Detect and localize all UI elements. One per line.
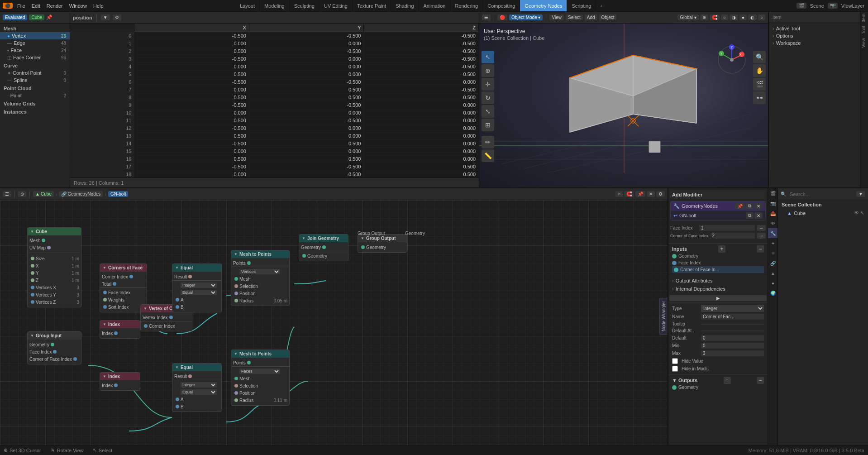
vert-view-label[interactable]: View — [860, 36, 868, 50]
node-join-geo[interactable]: ▼ Join Geometry Geometry Geometry — [299, 234, 348, 261]
tool-measure[interactable]: 📏 — [482, 149, 494, 162]
props-tab-render[interactable]: 📷 — [768, 198, 778, 208]
min-value[interactable]: 0 — [701, 343, 764, 349]
tooltip-value[interactable] — [701, 324, 764, 325]
ne-menu-icon[interactable]: ☰ — [3, 191, 11, 197]
props-tab-particles[interactable]: ✦ — [768, 238, 778, 248]
n-panel-active-tool[interactable]: › Active Tool — [773, 25, 856, 32]
tree-item-face-corner[interactable]: ◫ Face Corner 96 — [0, 54, 70, 61]
face-index-value[interactable]: 1 — [699, 225, 755, 231]
node-m2p-2[interactable]: ▼ Mesh to Points Points Faces — [231, 350, 290, 406]
add-btn[interactable]: Add — [585, 14, 597, 20]
camera-btn[interactable]: 🎬 — [753, 78, 766, 91]
outputs-remove-btn[interactable]: − — [757, 377, 764, 384]
eq1-op-select[interactable]: Equal — [181, 290, 217, 295]
viewport-3d[interactable]: User Perspective (1) Scene Collection | … — [479, 24, 768, 187]
filter-btn[interactable]: ▼ — [101, 14, 110, 20]
mod-pin-btn[interactable]: 📌 — [735, 203, 745, 209]
vert-item-label[interactable]: Item — [860, 12, 868, 24]
name-value[interactable]: Corner of Fac... — [701, 314, 764, 320]
props-tab-world[interactable]: 🌍 — [768, 288, 778, 298]
node-wrangler-tab[interactable]: Node Wrangler — [659, 298, 668, 335]
ne-overlay-btn[interactable]: ○ — [615, 191, 623, 197]
tree-item-edge[interactable]: — Edge 48 — [0, 39, 70, 47]
tree-item-vertex[interactable]: ● Vertex 26 — [0, 32, 70, 39]
tab-scripting[interactable]: Scripting — [567, 0, 596, 11]
props-tab-scene[interactable]: 🎬 — [768, 188, 778, 198]
outliner-cube-item[interactable]: ▲ Cube 👁 ↖ — [778, 209, 868, 217]
select-btn[interactable]: Select — [566, 14, 583, 20]
shading-mat-btn[interactable]: ◐ — [748, 14, 757, 20]
xray-btn[interactable]: ◑ — [730, 14, 738, 20]
node-equal-2[interactable]: ▼ Equal Result Integer — [172, 363, 222, 412]
vr-btn[interactable]: 👓 — [753, 91, 766, 104]
default-at-value[interactable] — [701, 330, 764, 331]
node-m2p-1[interactable]: ▼ Mesh to Points Points Vertices — [231, 250, 290, 306]
tab-compositing[interactable]: Compositing — [483, 0, 520, 11]
inputs-remove-btn[interactable]: − — [757, 245, 764, 253]
mod-copy-btn[interactable]: ⧉ — [746, 203, 754, 209]
breadcrumb-cube[interactable]: ▲ Cube — [33, 191, 54, 197]
add-workspace-btn[interactable]: + — [596, 3, 606, 9]
object-btn[interactable]: Cube — [29, 14, 44, 20]
object-mode-btn[interactable]: Object Mode ▾ — [509, 14, 543, 20]
hand-btn[interactable]: ✋ — [753, 64, 766, 77]
tab-geometry-nodes[interactable]: Geometry Nodes — [520, 0, 567, 11]
menu-help[interactable]: Help — [91, 2, 106, 10]
tab-texture-paint[interactable]: Texture Paint — [353, 0, 391, 11]
menu-edit[interactable]: Edit — [29, 2, 43, 10]
tab-uv-editing[interactable]: UV Editing — [320, 0, 353, 11]
n-panel-workspace[interactable]: › Workspace — [773, 39, 856, 47]
cube-sel-icon[interactable]: ↖ — [860, 210, 864, 216]
viewport-gizmo[interactable]: X Y Z — [714, 42, 750, 78]
eq2-type-select[interactable]: Integer — [181, 382, 217, 388]
eq2-op-select[interactable]: Equal — [181, 389, 217, 395]
tool-rotate[interactable]: ↻ — [482, 91, 494, 104]
tree-item-spline[interactable]: 〰 Spline 0 — [0, 77, 70, 84]
menu-render[interactable]: Render — [44, 2, 66, 10]
outliner-filter-btn[interactable]: ▼ — [856, 191, 865, 197]
ne-snap-btn[interactable]: 🧲 — [624, 191, 634, 197]
tab-shading[interactable]: Shading — [391, 0, 419, 11]
col-x[interactable]: X — [134, 24, 249, 32]
tab-sculpting[interactable]: Sculpting — [290, 0, 320, 11]
global-btn[interactable]: Global ▾ — [677, 14, 699, 20]
corner-face-value[interactable]: 2 — [711, 233, 755, 239]
face-index-btn[interactable]: → — [757, 225, 766, 231]
tool-transform[interactable]: ⊞ — [482, 119, 494, 131]
hide-value-cb[interactable] — [672, 358, 678, 364]
props-tab-modifier[interactable]: 🔧 — [768, 228, 778, 238]
node-group-input[interactable]: ▼ Group Input Geometry Face Index — [27, 331, 81, 364]
tab-rendering[interactable]: Rendering — [450, 0, 483, 11]
type-select[interactable]: Integer — [701, 305, 764, 312]
outliner-search[interactable] — [788, 191, 854, 197]
tool-move[interactable]: ✛ — [482, 78, 494, 91]
tree-item-face[interactable]: ▪ Face 24 — [0, 47, 70, 54]
m2p2-mode-select[interactable]: Faces — [239, 369, 280, 374]
n-panel-options[interactable]: › Options — [773, 32, 856, 39]
props-tab-constraints[interactable]: 🔗 — [768, 258, 778, 268]
output-attributes-section[interactable]: › Output Attributes — [672, 277, 764, 284]
tool-select[interactable]: ↖ — [482, 51, 494, 63]
node-index-1[interactable]: ▼ Index Index — [100, 320, 140, 339]
ne-type-icon[interactable]: ⊙ — [18, 191, 26, 197]
shading-render-btn[interactable]: ○ — [758, 14, 765, 20]
tool-annotate[interactable]: ✏ — [482, 136, 494, 148]
viewport-mode-btn[interactable]: 🔴 — [497, 14, 507, 20]
props-tab-output[interactable]: 📤 — [768, 208, 778, 218]
props-tab-data[interactable]: ▲ — [768, 268, 778, 278]
tool-cursor[interactable]: ⊕ — [482, 64, 494, 77]
tree-item-point[interactable]: · Point 2 — [0, 92, 70, 99]
pin-icon[interactable]: 📌 — [46, 14, 52, 20]
expand-btn[interactable]: ▶ — [669, 295, 767, 301]
breadcrumb-gnbolt[interactable]: GN-bolt — [108, 191, 128, 197]
tool-scale[interactable]: ⤡ — [482, 105, 494, 118]
tab-animation[interactable]: Animation — [419, 0, 451, 11]
mod-sub-close-btn[interactable]: ✕ — [754, 212, 763, 219]
menu-window[interactable]: Window — [67, 2, 90, 10]
col-y[interactable]: Y — [249, 24, 364, 32]
internal-deps-section[interactable]: › Internal Dependencies — [672, 285, 764, 292]
props-tab-view[interactable]: 👁 — [768, 218, 778, 228]
mod-close-btn[interactable]: ✕ — [754, 203, 763, 209]
tab-modeling[interactable]: Modeling — [260, 0, 290, 11]
